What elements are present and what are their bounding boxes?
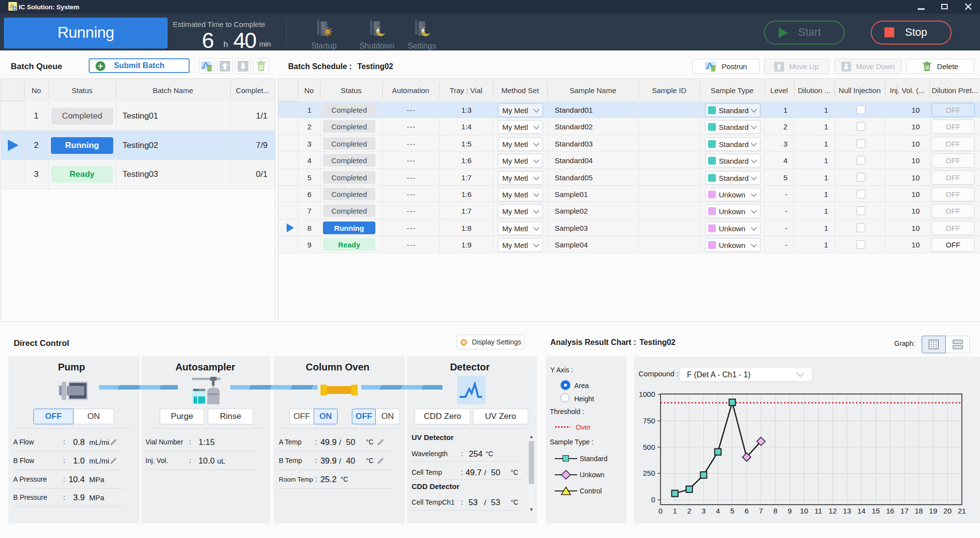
svg-text:15: 15 (872, 507, 880, 515)
svg-text:6: 6 (745, 507, 749, 515)
svg-text:20: 20 (943, 507, 952, 515)
svg-text:1: 1 (673, 507, 677, 515)
svg-text:250: 250 (643, 469, 655, 477)
svg-text:0: 0 (651, 495, 655, 504)
svg-text:19: 19 (929, 507, 937, 515)
svg-text:14: 14 (858, 507, 866, 515)
svg-text:18: 18 (915, 507, 923, 515)
svg-text:13: 13 (843, 507, 851, 515)
svg-text:16: 16 (886, 507, 894, 515)
svg-text:11: 11 (814, 507, 822, 515)
svg-text:8: 8 (773, 507, 777, 515)
svg-text:10: 10 (800, 507, 808, 515)
svg-text:17: 17 (901, 507, 909, 515)
svg-text:7: 7 (759, 507, 763, 515)
svg-text:1000: 1000 (639, 390, 655, 398)
svg-text:3: 3 (702, 507, 706, 515)
svg-text:2: 2 (687, 507, 691, 515)
svg-text:5: 5 (730, 507, 734, 515)
svg-text:21: 21 (958, 507, 966, 515)
svg-text:12: 12 (829, 507, 837, 515)
svg-text:500: 500 (643, 443, 655, 451)
svg-text:9: 9 (787, 507, 791, 515)
svg-text:0: 0 (659, 507, 662, 515)
svg-text:4: 4 (716, 507, 720, 515)
svg-text:750: 750 (643, 416, 655, 425)
